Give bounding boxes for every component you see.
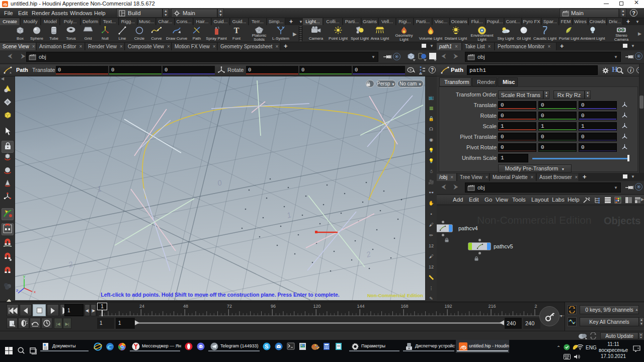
svg-text:0: 0: [216, 178, 223, 188]
svg-text:2: 2: [67, 259, 74, 269]
svg-text:S: S: [265, 343, 268, 349]
svg-text:2: 2: [365, 249, 372, 259]
svg-text:T: T: [234, 26, 239, 35]
svg-text:1: 1: [286, 210, 292, 220]
svg-text:y: y: [23, 274, 25, 279]
svg-text:1: 1: [96, 184, 103, 194]
